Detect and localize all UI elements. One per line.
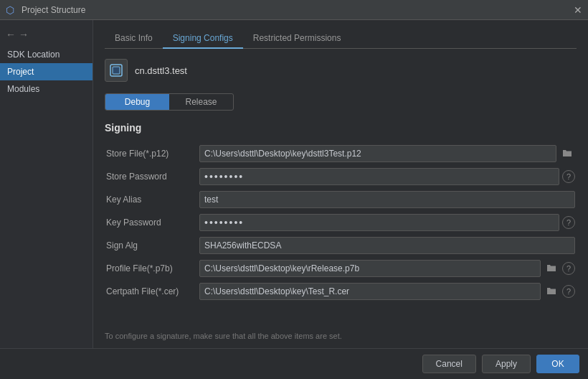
- svg-rect-1: [113, 67, 120, 74]
- footer-note: To configure a signature, make sure that…: [105, 324, 577, 340]
- help-icon-key-password[interactable]: ?: [562, 216, 575, 229]
- sub-tab-release[interactable]: Release: [169, 94, 233, 110]
- bottom-bar: Cancel Apply OK: [0, 348, 588, 379]
- field-sign-alg: Sign Alg: [105, 234, 577, 257]
- forward-arrow[interactable]: →: [19, 29, 29, 40]
- tab-bar: Basic Info Signing Configs Restricted Pe…: [105, 29, 577, 49]
- sidebar-item-project[interactable]: Project: [0, 63, 93, 80]
- label-sign-alg: Sign Alg: [105, 234, 198, 257]
- apply-button[interactable]: Apply: [482, 355, 531, 373]
- field-store-file: Store File(*.p12): [105, 142, 577, 165]
- folder-icon-store-file[interactable]: [559, 146, 575, 161]
- module-icon: [105, 59, 128, 82]
- field-profile-file: Profile File(*.p7b) ?: [105, 257, 577, 280]
- sidebar: ← → SDK Location Project Modules: [0, 20, 93, 379]
- input-certpath-file[interactable]: [199, 283, 541, 300]
- window-title: Project Structure: [22, 5, 574, 15]
- sidebar-item-modules[interactable]: Modules: [0, 80, 93, 98]
- back-arrow[interactable]: ←: [6, 29, 16, 40]
- folder-icon-profile-file[interactable]: [544, 261, 559, 276]
- content-area: Basic Info Signing Configs Restricted Pe…: [93, 20, 588, 379]
- label-key-password: Key Password: [105, 211, 198, 234]
- help-icon-certpath-file[interactable]: ?: [562, 285, 575, 298]
- input-sign-alg[interactable]: [199, 237, 575, 254]
- input-key-password[interactable]: [199, 214, 559, 231]
- help-icon-profile-file[interactable]: ?: [562, 262, 575, 275]
- label-key-alias: Key Alias: [105, 188, 198, 211]
- field-certpath-file: Certpath File(*.cer) ?: [105, 280, 577, 303]
- signing-section-heading: Signing: [105, 122, 577, 134]
- cancel-button[interactable]: Cancel: [422, 355, 476, 373]
- input-key-alias[interactable]: [199, 191, 575, 208]
- nav-arrows: ← →: [0, 26, 93, 46]
- sidebar-item-sdk-location[interactable]: SDK Location: [0, 46, 93, 63]
- input-store-password[interactable]: [199, 168, 559, 185]
- sub-tab-debug[interactable]: Debug: [105, 94, 169, 110]
- folder-icon-certpath-file[interactable]: [544, 284, 559, 299]
- module-name: cn.dsttl3.test: [135, 65, 187, 76]
- ok-button[interactable]: OK: [536, 355, 579, 373]
- label-certpath-file: Certpath File(*.cer): [105, 280, 198, 303]
- sub-tab-bar: Debug Release: [105, 93, 234, 111]
- field-store-password: Store Password ?: [105, 165, 577, 188]
- label-store-file: Store File(*.p12): [105, 142, 198, 165]
- input-store-file[interactable]: [199, 145, 556, 162]
- help-icon-store-password[interactable]: ?: [562, 170, 575, 183]
- tab-signing-configs[interactable]: Signing Configs: [163, 29, 243, 49]
- tab-basic-info[interactable]: Basic Info: [105, 29, 163, 49]
- label-profile-file: Profile File(*.p7b): [105, 257, 198, 280]
- tab-restricted-permissions[interactable]: Restricted Permissions: [243, 29, 351, 49]
- signing-form: Store File(*.p12) Store Password: [105, 142, 577, 303]
- field-key-password: Key Password ?: [105, 211, 577, 234]
- field-key-alias: Key Alias: [105, 188, 577, 211]
- title-bar: ⬡ Project Structure ✕: [0, 0, 588, 20]
- app-icon: ⬡: [6, 4, 17, 16]
- input-profile-file[interactable]: [199, 260, 541, 277]
- module-header: cn.dsttl3.test: [105, 59, 577, 82]
- label-store-password: Store Password: [105, 165, 198, 188]
- close-button[interactable]: ✕: [574, 4, 582, 16]
